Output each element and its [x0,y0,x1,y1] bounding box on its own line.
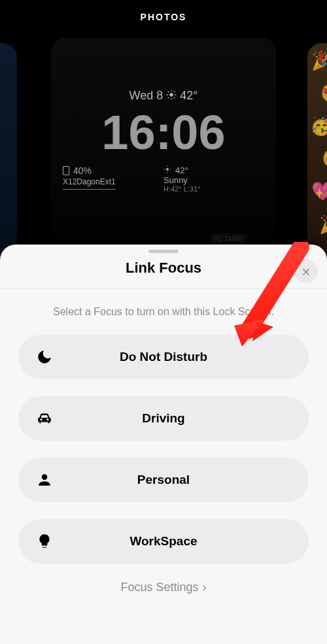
wifi-name: X12DagonExt1 [63,177,116,190]
chevron-right-icon: › [203,581,207,594]
wallpaper-thumb-prev[interactable] [0,43,17,267]
weather-widget: 42° Sunny H:42° L:31° [164,165,264,193]
focus-option-label: WorkSpace [63,534,309,549]
svg-point-0 [170,93,173,96]
moon-icon [26,348,63,365]
svg-line-7 [168,97,169,98]
battery-widget: 40% X12DagonExt1 [63,165,164,193]
person-icon [26,471,63,488]
footer-link-label: Focus Settings [120,581,198,594]
svg-line-8 [174,92,175,92]
link-focus-sheet: Link Focus Select a Focus to turn on wit… [0,245,327,644]
focus-option-label: Driving [63,411,309,426]
focus-options-list: Do Not Disturb Driving Personal WorkSpac… [0,319,327,564]
battery-percent: 40% [73,165,92,176]
focus-option-label: Do Not Disturb [63,350,309,364]
lock-date-temp: 42° [180,89,198,102]
svg-line-6 [174,97,175,98]
sun-icon [166,90,177,103]
focus-option-personal[interactable]: Personal [18,458,309,502]
car-icon [26,410,63,427]
wallpaper-thumb-next[interactable]: 🎉 😍 🥳 😊 💖 🎉 [307,43,327,267]
focus-settings-link[interactable]: Focus Settings› [0,581,327,594]
sheet-title: Link Focus [0,260,327,277]
lock-date-row: Wed 8 42° [51,89,276,103]
focus-option-label: Personal [63,473,309,487]
weather-condition: Sunny [164,175,264,185]
close-button[interactable] [294,260,318,283]
bulb-icon [26,533,63,550]
gallery-category-label: PHOTOS [0,12,327,22]
focus-option-driving[interactable]: Driving [18,396,309,441]
lock-widgets: 40% X12DagonExt1 42° Sunny H:42° L:31° [51,165,276,193]
battery-icon [63,166,69,175]
close-icon [301,266,311,277]
sun-small-icon [164,165,171,175]
weather-temp: 42° [175,165,188,175]
lock-time: 16:06 [51,105,276,160]
sheet-subtitle: Select a Focus to turn on with this Lock… [20,305,307,319]
focus-option-workspace[interactable]: WorkSpace [18,519,309,564]
svg-line-5 [168,92,169,92]
weather-hilo: H:42° L:31° [164,185,264,193]
svg-point-9 [166,168,169,171]
focus-option-do-not-disturb[interactable]: Do Not Disturb [18,335,309,379]
lock-date-text: Wed 8 [129,89,164,102]
